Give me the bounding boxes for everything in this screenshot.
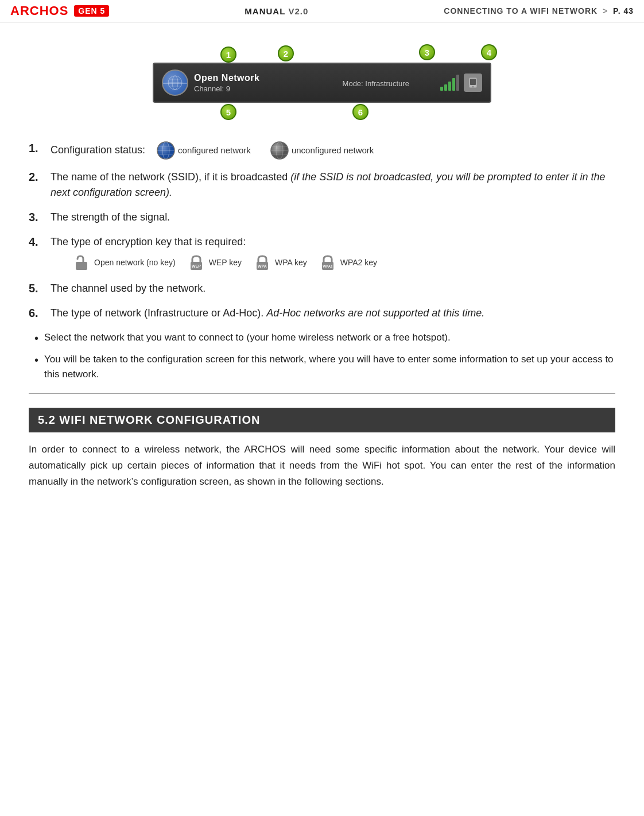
bullet-item-1: • Select the network that you want to co… xyxy=(34,330,615,346)
main-content: 1 2 3 4 Open Network Channel: 9 xyxy=(0,22,644,507)
phone-icon xyxy=(464,74,482,92)
item-5-text: The channel used by the network. xyxy=(51,281,615,296)
network-globe-icon xyxy=(162,69,188,96)
svg-rect-6 xyxy=(470,79,476,85)
enc-wpa: WPA WPA key xyxy=(253,253,307,272)
svg-rect-18 xyxy=(76,262,87,270)
brand-section: ARCHOS GEN 5 xyxy=(10,3,109,18)
enc-wep-label: WEP key xyxy=(209,258,242,267)
channel-info: Channel: 9 xyxy=(194,84,312,93)
arrow-icon: > xyxy=(603,6,608,16)
lock-wep-icon: WEP xyxy=(187,253,205,272)
enc-wpa2-label: WPA2 key xyxy=(340,258,377,267)
encryption-row: Open network (no key) WEP WEP key xyxy=(72,253,615,272)
page-number: P. 43 xyxy=(613,6,634,16)
item-6-text: The type of network (Infrastructure or A… xyxy=(51,305,615,321)
item-6-number: 6. xyxy=(29,305,46,320)
bullet-item-2: • You will be taken to the configuration… xyxy=(34,352,615,381)
item-3: 3. The strength of the signal. xyxy=(29,210,615,225)
device-info: Open Network Channel: 9 xyxy=(194,73,312,93)
manual-label: MANUAL V2.0 xyxy=(245,6,308,16)
configured-network-icon: configured network xyxy=(156,141,251,160)
bullet-text-2: You will be taken to the configuration s… xyxy=(44,352,615,381)
item-6: 6. The type of network (Infrastructure o… xyxy=(29,305,615,321)
section-info: CONNECTING TO A WIFI NETWORK > P. 43 xyxy=(444,6,634,16)
enc-open: Open network (no key) xyxy=(72,253,176,272)
section-title: CONNECTING TO A WIFI NETWORK xyxy=(444,6,598,16)
enc-open-label: Open network (no key) xyxy=(94,258,176,267)
callout-6: 6 xyxy=(352,104,368,120)
callout-2: 2 xyxy=(278,45,294,61)
item-1: 1. Configuration status: xyxy=(29,141,615,160)
item-5-number: 5. xyxy=(29,281,46,296)
callout-1: 1 xyxy=(220,47,236,63)
svg-text:WPA: WPA xyxy=(258,264,267,268)
lock-wpa-icon: WPA xyxy=(253,253,271,272)
callout-3: 3 xyxy=(419,44,435,60)
svg-point-7 xyxy=(472,86,474,88)
item-1-number: 1. xyxy=(29,141,46,156)
section-divider xyxy=(29,393,615,394)
item-4-number: 4. xyxy=(29,234,46,249)
item-2: 2. The name of the network (SSID), if it… xyxy=(29,169,615,200)
enc-wpa-label: WPA key xyxy=(275,258,307,267)
item-1-text: Configuration status: xyxy=(51,141,615,160)
lock-open-icon xyxy=(72,253,91,272)
body-paragraph: In order to connect to a wireless networ… xyxy=(29,442,615,490)
page-header: ARCHOS GEN 5 MANUAL V2.0 CONNECTING TO A… xyxy=(0,0,644,22)
svg-text:WPA2: WPA2 xyxy=(323,265,333,268)
item-4: 4. The type of encryption key that is re… xyxy=(29,234,615,272)
section-heading: 5.2 WIFI NETWORK CONFIGURATION xyxy=(29,408,615,432)
device-bar: Open Network Channel: 9 Mode: Infrastruc… xyxy=(153,63,491,103)
device-right-icons xyxy=(440,74,482,92)
item-2-number: 2. xyxy=(29,169,46,184)
lock-wpa2-icon: WPA2 xyxy=(319,253,337,272)
unconfigured-network-icon: unconfigured network xyxy=(270,141,374,160)
bullet-text-1: Select the network that you want to conn… xyxy=(44,330,451,345)
item-3-text: The strength of the signal. xyxy=(51,210,615,225)
enc-wpa2: WPA2 WPA2 key xyxy=(319,253,377,272)
signal-strength-icon xyxy=(440,75,459,91)
callout-4: 4 xyxy=(481,44,497,60)
item-3-number: 3. xyxy=(29,210,46,225)
svg-point-1 xyxy=(172,76,178,90)
svg-text:WEP: WEP xyxy=(192,264,201,268)
configured-network-label: configured network xyxy=(178,144,251,157)
unconfigured-network-label: unconfigured network xyxy=(292,144,374,157)
archos-logo: ARCHOS xyxy=(10,3,68,18)
gen5-badge: GEN 5 xyxy=(74,5,109,17)
network-name: Open Network xyxy=(194,73,312,83)
svg-point-0 xyxy=(168,76,182,90)
bullet-section: • Select the network that you want to co… xyxy=(34,330,615,381)
item-2-text: The name of the network (SSID), if it is… xyxy=(51,169,615,200)
mode-info: Mode: Infrastructure xyxy=(317,79,435,88)
item-4-text: The type of encryption key that is requi… xyxy=(51,236,246,247)
item-5: 5. The channel used by the network. xyxy=(29,281,615,296)
bullet-dot-1: • xyxy=(34,330,38,346)
callout-5: 5 xyxy=(220,104,236,120)
bullet-dot-2: • xyxy=(34,352,38,368)
diagram-wrapper: 1 2 3 4 Open Network Channel: 9 xyxy=(135,40,509,120)
network-diagram: 1 2 3 4 Open Network Channel: 9 xyxy=(29,40,615,120)
enc-wep: WEP WEP key xyxy=(187,253,242,272)
